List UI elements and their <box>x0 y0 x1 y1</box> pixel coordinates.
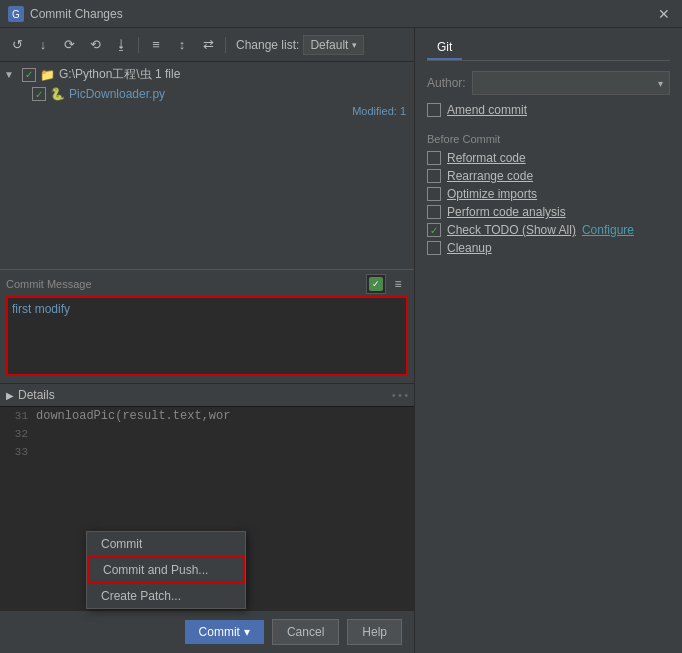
commit-spell-icon[interactable]: ✓ <box>366 274 386 294</box>
amend-commit-row: Amend commit <box>427 103 670 117</box>
details-label: Details <box>18 388 55 402</box>
details-header[interactable]: ▶ Details • • • <box>6 388 408 402</box>
file-tree: ▼ ✓ 📁 G:\Python工程\虫 1 file ✓ 🐍 PicDownlo… <box>0 62 414 269</box>
option-label-1[interactable]: Rearrange code <box>447 169 533 183</box>
details-dots: • • • <box>392 390 408 401</box>
option-checkbox-1[interactable] <box>427 169 441 183</box>
commit-icons: ✓ ≡ <box>366 274 408 294</box>
option-label-5[interactable]: Cleanup <box>447 241 492 255</box>
root-path: G:\Python工程\虫 1 file <box>59 66 180 83</box>
file-name-0: PicDownloader.py <box>69 87 165 101</box>
changelist-dropdown[interactable]: Default ▾ <box>303 35 364 55</box>
git-tabs: Git <box>427 36 670 61</box>
window-title: Commit Changes <box>30 7 654 21</box>
option-label-0[interactable]: Reformat code <box>447 151 526 165</box>
toolbar-btn-7[interactable]: ↕ <box>171 34 193 56</box>
details-expand-icon: ▶ <box>6 390 14 401</box>
tree-root[interactable]: ▼ ✓ 📁 G:\Python工程\虫 1 file <box>0 64 414 85</box>
option-row-5: Cleanup <box>427 241 670 255</box>
cancel-button[interactable]: Cancel <box>272 619 339 645</box>
author-arrow: ▾ <box>658 78 663 89</box>
author-label: Author: <box>427 76 466 90</box>
root-checkbox[interactable]: ✓ <box>22 68 36 82</box>
commit-message-input[interactable] <box>6 296 408 376</box>
toolbar-btn-6[interactable]: ≡ <box>145 34 167 56</box>
svg-text:✓: ✓ <box>372 279 380 289</box>
toolbar-btn-3[interactable]: ⟳ <box>58 34 80 56</box>
configure-link[interactable]: Configure <box>582 223 634 237</box>
main-container: ↺ ↓ ⟳ ⟲ ⭳ ≡ ↕ ⇄ Change list: Default ▾ ▼… <box>0 28 682 653</box>
option-checkbox-2[interactable] <box>427 187 441 201</box>
modified-count: Modified: 1 <box>0 103 414 119</box>
code-line-0: 31 downloadPic(result.text,wor <box>0 407 414 425</box>
changelist-label: Change list: <box>236 38 299 52</box>
tab-git[interactable]: Git <box>427 36 462 60</box>
option-checkbox-4[interactable]: ✓ <box>427 223 441 237</box>
code-line-2: 33 <box>0 443 414 461</box>
window-controls: ✕ <box>654 4 674 24</box>
line-num-1: 32 <box>0 428 36 440</box>
commit-button[interactable]: Commit ▾ <box>185 620 264 644</box>
dropdown-commit-push[interactable]: Commit and Push... <box>87 556 245 584</box>
option-row-4: ✓ Check TODO (Show All) Configure <box>427 223 670 237</box>
commit-section: Commit Message ✓ ≡ <box>0 269 414 383</box>
option-row-0: Reformat code <box>427 151 670 165</box>
commit-dropdown: Commit Commit and Push... Create Patch..… <box>86 531 246 609</box>
title-bar: G Commit Changes ✕ <box>0 0 682 28</box>
separator-1 <box>138 37 139 53</box>
option-checkbox-5[interactable] <box>427 241 441 255</box>
code-line-1: 32 <box>0 425 414 443</box>
right-panel: Git Author: ▾ Amend commit Before Commit… <box>415 28 682 653</box>
commit-list-icon[interactable]: ≡ <box>388 274 408 294</box>
commit-label: Commit Message <box>6 278 92 290</box>
folder-icon: 📁 <box>40 68 55 82</box>
author-dropdown[interactable]: ▾ <box>472 71 670 95</box>
option-label-3[interactable]: Perform code analysis <box>447 205 566 219</box>
details-section: ▶ Details • • • <box>0 383 414 406</box>
tree-file-0[interactable]: ✓ 🐍 PicDownloader.py <box>0 85 414 103</box>
line-num-0: 31 <box>0 410 36 422</box>
line-num-2: 33 <box>0 446 36 458</box>
option-row-1: Rearrange code <box>427 169 670 183</box>
commit-button-arrow: ▾ <box>244 625 250 639</box>
toolbar-btn-1[interactable]: ↺ <box>6 34 28 56</box>
separator-2 <box>225 37 226 53</box>
toolbar-btn-4[interactable]: ⟲ <box>84 34 106 56</box>
left-panel: ↺ ↓ ⟳ ⟲ ⭳ ≡ ↕ ⇄ Change list: Default ▾ ▼… <box>0 28 415 653</box>
expand-icon: ▼ <box>4 69 20 80</box>
before-commit-title: Before Commit <box>427 133 670 145</box>
toolbar: ↺ ↓ ⟳ ⟲ ⭳ ≡ ↕ ⇄ Change list: Default ▾ <box>0 28 414 62</box>
toolbar-btn-2[interactable]: ↓ <box>32 34 54 56</box>
commit-header: Commit Message ✓ ≡ <box>6 274 408 294</box>
amend-label[interactable]: Amend commit <box>447 103 527 117</box>
app-icon: G <box>8 6 24 22</box>
changelist-arrow: ▾ <box>352 40 357 50</box>
author-row: Author: ▾ <box>427 71 670 95</box>
option-checkbox-0[interactable] <box>427 151 441 165</box>
toolbar-btn-8[interactable]: ⇄ <box>197 34 219 56</box>
option-label-4[interactable]: Check TODO (Show All) <box>447 223 576 237</box>
option-label-2[interactable]: Optimize imports <box>447 187 537 201</box>
svg-text:G: G <box>12 9 20 20</box>
option-row-3: Perform code analysis <box>427 205 670 219</box>
file-checkbox-0[interactable]: ✓ <box>32 87 46 101</box>
changelist-value: Default <box>310 38 348 52</box>
close-button[interactable]: ✕ <box>654 4 674 24</box>
help-button[interactable]: Help <box>347 619 402 645</box>
python-file-icon: 🐍 <box>50 87 65 101</box>
amend-checkbox[interactable] <box>427 103 441 117</box>
line-content-0: downloadPic(result.text,wor <box>36 409 230 423</box>
dropdown-create-patch[interactable]: Create Patch... <box>87 584 245 608</box>
dropdown-commit[interactable]: Commit <box>87 532 245 556</box>
bottom-actions: Commit Commit and Push... Create Patch..… <box>0 610 414 653</box>
toolbar-btn-5[interactable]: ⭳ <box>110 34 132 56</box>
option-checkbox-3[interactable] <box>427 205 441 219</box>
commit-button-label: Commit <box>199 625 240 639</box>
option-row-2: Optimize imports <box>427 187 670 201</box>
